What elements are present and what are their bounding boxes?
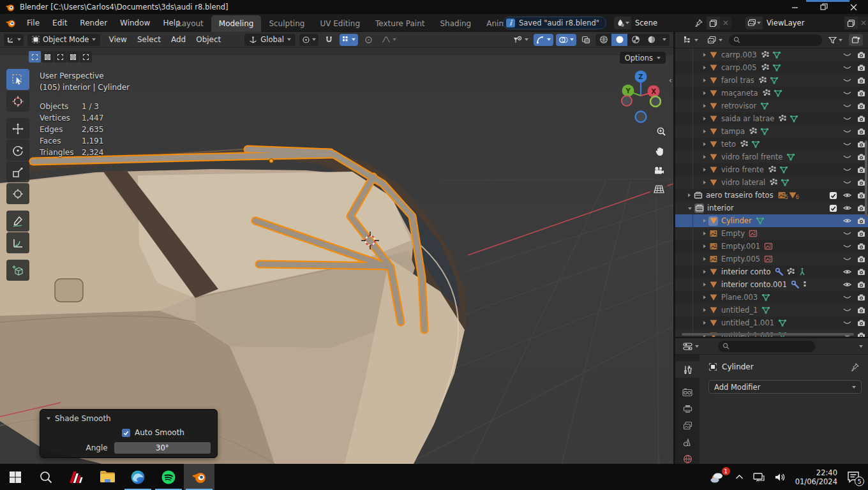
exclude-checkbox[interactable] bbox=[829, 191, 837, 200]
expand-arrow-icon[interactable] bbox=[703, 270, 706, 274]
xray-toggle[interactable] bbox=[579, 34, 593, 46]
start-button[interactable] bbox=[0, 464, 31, 490]
eye-open-icon[interactable] bbox=[842, 204, 852, 212]
visibility-dropdown[interactable] bbox=[511, 34, 531, 46]
menu-file[interactable]: File bbox=[21, 17, 45, 29]
viewport-menu-view[interactable]: View bbox=[104, 35, 131, 44]
expand-arrow-icon[interactable] bbox=[703, 283, 706, 286]
pan-button[interactable] bbox=[650, 142, 669, 160]
outliner-item[interactable]: Empty bbox=[675, 227, 868, 240]
volume-icon[interactable] bbox=[770, 464, 790, 490]
navigation-gizmo[interactable]: Z Y X bbox=[620, 68, 661, 124]
tab-texture-paint[interactable]: Texture Paint bbox=[368, 15, 432, 32]
expand-arrow-icon[interactable] bbox=[703, 66, 706, 70]
falloff-dropdown[interactable] bbox=[379, 34, 399, 46]
expand-arrow-icon[interactable] bbox=[703, 155, 706, 159]
camera-visibility-icon[interactable] bbox=[857, 267, 866, 276]
eye-closed-icon[interactable] bbox=[842, 165, 852, 174]
eye-closed-icon[interactable] bbox=[842, 50, 852, 59]
gizmo-y-label[interactable]: Y bbox=[625, 87, 631, 94]
tab-view-layer[interactable] bbox=[675, 417, 700, 434]
outliner-item[interactable]: maçaneta bbox=[675, 87, 868, 100]
select-mode-extend[interactable] bbox=[41, 51, 54, 63]
expand-arrow-icon[interactable] bbox=[703, 244, 706, 248]
outliner-item[interactable]: carrp.005 bbox=[675, 61, 868, 74]
outliner-vertical-scrollbar[interactable] bbox=[865, 140, 867, 217]
shading-wireframe-button[interactable] bbox=[595, 34, 611, 46]
expand-arrow-icon[interactable] bbox=[703, 295, 706, 299]
outliner-item[interactable]: Empty.001 bbox=[675, 240, 868, 253]
add-modifier-dropdown[interactable]: Add Modifier bbox=[708, 380, 862, 394]
tab-output[interactable] bbox=[675, 401, 700, 417]
properties-editor-type-button[interactable] bbox=[680, 340, 701, 352]
perspective-toggle-button[interactable] bbox=[650, 180, 668, 198]
blender-taskbar-icon[interactable] bbox=[184, 464, 214, 490]
new-viewlayer-button[interactable] bbox=[844, 17, 858, 29]
expand-arrow-icon[interactable] bbox=[703, 104, 706, 108]
outliner-editor-type-button[interactable] bbox=[680, 34, 701, 46]
eye-closed-icon[interactable] bbox=[842, 63, 852, 72]
gizmo-minus-z[interactable] bbox=[636, 112, 647, 122]
scene-browse-button[interactable] bbox=[614, 17, 631, 29]
options-dots-icon[interactable] bbox=[802, 280, 807, 289]
tab-modeling[interactable]: Modeling bbox=[211, 15, 262, 32]
outliner-item[interactable]: tampa bbox=[675, 125, 868, 138]
unlink-scene-button[interactable]: ✕ bbox=[720, 17, 731, 29]
outliner-item[interactable]: vidro frente bbox=[675, 163, 868, 176]
pin-icon[interactable] bbox=[695, 19, 703, 27]
overlays-toggle[interactable] bbox=[556, 34, 576, 46]
eye-open-icon[interactable] bbox=[842, 216, 852, 225]
eye-closed-icon[interactable] bbox=[842, 89, 852, 98]
expand-arrow-icon[interactable] bbox=[703, 308, 706, 312]
expand-arrow-icon[interactable] bbox=[703, 321, 706, 325]
eye-closed-icon[interactable] bbox=[842, 178, 852, 187]
display-mode-dropdown[interactable] bbox=[705, 34, 725, 46]
shading-material-button[interactable] bbox=[627, 34, 643, 46]
shading-solid-button[interactable] bbox=[611, 34, 627, 46]
eye-open-icon[interactable] bbox=[842, 191, 852, 200]
camera-visibility-icon[interactable] bbox=[857, 63, 866, 72]
eye-closed-icon[interactable] bbox=[842, 229, 852, 238]
camera-visibility-icon[interactable] bbox=[857, 293, 866, 302]
gizmo-minus-y[interactable] bbox=[650, 96, 661, 107]
select-mode-invert[interactable] bbox=[67, 51, 79, 63]
panel-collapse-icon[interactable] bbox=[47, 417, 50, 420]
remove-viewlayer-button[interactable]: ✕ bbox=[858, 17, 868, 29]
outliner-item[interactable]: vidro farol frente bbox=[675, 151, 868, 163]
expand-arrow-icon[interactable] bbox=[703, 219, 706, 223]
save-status[interactable]: i Saved "audi r8.blend" bbox=[503, 17, 606, 29]
camera-visibility-icon[interactable] bbox=[857, 76, 866, 85]
tool-transform[interactable] bbox=[6, 183, 29, 204]
expand-arrow-icon[interactable] bbox=[703, 168, 706, 172]
eye-closed-icon[interactable] bbox=[842, 127, 852, 136]
angle-value-field[interactable]: 30° bbox=[114, 442, 211, 454]
shading-rendered-button[interactable] bbox=[643, 34, 659, 46]
spotify-icon[interactable] bbox=[153, 464, 184, 490]
outliner-item[interactable]: teto bbox=[675, 138, 868, 151]
blender-app-icon[interactable] bbox=[5, 19, 16, 28]
outliner-item[interactable]: Plane.003 bbox=[675, 291, 868, 304]
snap-toggle[interactable] bbox=[322, 34, 336, 46]
camera-visibility-icon[interactable] bbox=[857, 114, 866, 123]
outliner-item[interactable]: Cylinder bbox=[675, 214, 868, 227]
pivot-dropdown[interactable] bbox=[299, 34, 318, 46]
eye-closed-icon[interactable] bbox=[842, 140, 852, 149]
eye-closed-icon[interactable] bbox=[842, 255, 852, 264]
expand-arrow-icon[interactable] bbox=[703, 232, 706, 235]
file-explorer-icon[interactable] bbox=[92, 464, 123, 490]
edge-browser-icon[interactable] bbox=[123, 464, 153, 490]
tool-annotate[interactable] bbox=[6, 211, 29, 232]
eye-closed-icon[interactable] bbox=[842, 242, 852, 251]
new-scene-button[interactable] bbox=[707, 17, 720, 29]
expand-arrow-icon[interactable] bbox=[703, 117, 706, 121]
close-button[interactable] bbox=[839, 0, 868, 14]
new-collection-button[interactable] bbox=[849, 34, 863, 46]
tool-cursor[interactable] bbox=[6, 91, 29, 112]
snap-settings-dropdown[interactable] bbox=[340, 34, 358, 46]
tool-move[interactable] bbox=[6, 118, 29, 139]
viewport-menu-add[interactable]: Add bbox=[167, 35, 190, 44]
expand-arrow-icon[interactable] bbox=[703, 257, 706, 261]
expand-arrow-icon[interactable] bbox=[703, 78, 706, 82]
expand-arrow-icon[interactable] bbox=[703, 53, 706, 57]
viewlayer-name-field[interactable]: ViewLayer bbox=[763, 17, 844, 29]
